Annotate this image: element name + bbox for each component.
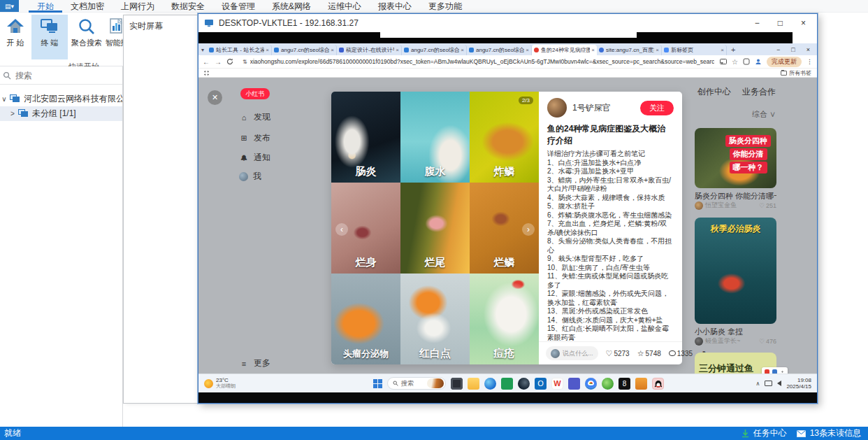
follow-button[interactable]: 关注 bbox=[640, 101, 674, 115]
realtime-screen-panel[interactable]: 实时屏幕 bbox=[123, 15, 198, 404]
collapse-icon[interactable]: ∨ bbox=[0, 95, 8, 103]
teams-icon[interactable] bbox=[568, 378, 580, 390]
creator-center-link[interactable]: 创作中心 bbox=[697, 86, 731, 98]
green-app-icon[interactable] bbox=[602, 378, 614, 390]
apps-grid-icon[interactable] bbox=[204, 71, 209, 76]
card-author[interactable]: 恒望宝金鱼 bbox=[705, 201, 737, 210]
card-caption[interactable]: 小小肠炎 拿捏 bbox=[695, 327, 776, 337]
task-view-icon[interactable] bbox=[451, 378, 463, 390]
site-info-icon[interactable]: ⇅ bbox=[243, 59, 247, 65]
unread-messages-link[interactable]: 13条未读信息 bbox=[810, 427, 861, 439]
browser-restore-button[interactable]: □ bbox=[791, 46, 795, 53]
taskbar-clock[interactable]: 19:08 2025/4/15 bbox=[786, 377, 811, 390]
menu-item-more[interactable]: 更多功能 bbox=[420, 0, 470, 13]
store-icon[interactable] bbox=[501, 378, 513, 390]
card-author[interactable]: 鳗鱼盖学长~ bbox=[705, 336, 740, 346]
browser-tab[interactable]: 新标签页× bbox=[662, 45, 727, 55]
chrome-update-button[interactable]: 完成更新 bbox=[767, 57, 802, 67]
author-name[interactable]: 1号铲屎官 bbox=[572, 102, 611, 114]
app-logo-button[interactable]: ▤▾ bbox=[0, 0, 19, 12]
spiral-app-icon[interactable] bbox=[518, 378, 530, 390]
minimize-button[interactable]: − bbox=[755, 18, 760, 28]
browser-tab-active[interactable]: 鱼的24种常见病症图鉴）× bbox=[532, 45, 597, 55]
menu-item-device-mgmt[interactable]: 设备管理 bbox=[213, 0, 263, 13]
menu-item-data-security[interactable]: 数据安全 bbox=[163, 0, 213, 13]
browser-close-button[interactable]: × bbox=[806, 46, 810, 53]
tab-close-icon[interactable]: × bbox=[526, 47, 529, 53]
tree-node-company[interactable]: ∨ 河北安固云网络科技有限公司 [1/1] bbox=[0, 92, 122, 106]
gallery-next-icon[interactable]: › bbox=[522, 223, 535, 236]
sort-select[interactable]: 综合 ∨ bbox=[752, 109, 776, 120]
tab-close-icon[interactable]: × bbox=[331, 47, 334, 53]
url-field[interactable]: xiaohongshu.com/explore/66d5786100000000… bbox=[250, 58, 714, 65]
all-bookmarks-button[interactable]: 所有书签 bbox=[781, 69, 811, 77]
collect-button[interactable]: ☆5748 bbox=[637, 349, 661, 358]
task-center-link[interactable]: 任务中心 bbox=[753, 427, 787, 439]
network-icon[interactable] bbox=[765, 381, 772, 386]
gallery-prev-icon[interactable]: ‹ bbox=[335, 223, 348, 236]
nav-more[interactable]: ≡更多 bbox=[239, 357, 270, 369]
xiaohongshu-logo[interactable]: 小红书 bbox=[240, 88, 270, 99]
extensions-icon[interactable] bbox=[743, 58, 750, 65]
card-like-button[interactable]: ♡476 bbox=[759, 338, 776, 345]
close-button[interactable]: × bbox=[801, 18, 806, 28]
edge-icon[interactable] bbox=[484, 378, 496, 390]
forward-icon[interactable]: → bbox=[215, 58, 222, 66]
ribbon-start-button[interactable]: 开 始 bbox=[1, 15, 29, 59]
tab-close-icon[interactable]: × bbox=[266, 47, 269, 53]
browser-minimize-button[interactable]: − bbox=[776, 46, 780, 53]
ribbon-terminal-button[interactable]: 终 端 bbox=[31, 15, 68, 59]
black-app-icon[interactable]: 8 bbox=[619, 378, 630, 390]
file-explorer-icon[interactable] bbox=[468, 378, 479, 390]
cast-icon[interactable] bbox=[720, 58, 727, 65]
bookmark-star-icon[interactable]: ☆ bbox=[732, 58, 738, 66]
browser-tab[interactable]: angu7.cn的seo综合查询× bbox=[272, 45, 337, 55]
maximize-button[interactable]: □ bbox=[778, 18, 783, 28]
browser-tab[interactable]: 站长工具 - 站长之家× bbox=[207, 45, 272, 55]
download-icon[interactable] bbox=[742, 430, 749, 438]
browser-tab[interactable]: 稿定设计-在线设计平台× bbox=[337, 45, 402, 55]
nav-notifications[interactable]: 🔔︎通知 bbox=[239, 152, 270, 164]
nav-publish[interactable]: ⊞发布 bbox=[239, 132, 270, 144]
weather-widget[interactable]: 23°C 大部晴朗 bbox=[198, 378, 236, 389]
comment-input[interactable]: 说点什么... bbox=[546, 346, 598, 360]
refresh-icon[interactable] bbox=[226, 58, 233, 65]
modal-close-icon[interactable]: ✕ bbox=[208, 90, 222, 105]
nav-me[interactable]: 我 bbox=[239, 171, 261, 183]
ribbon-search-button[interactable]: 聚合搜索 bbox=[70, 15, 103, 59]
realtime-screen-label[interactable]: 实时屏幕 bbox=[124, 15, 197, 37]
menu-item-doc-encrypt[interactable]: 文档加密 bbox=[62, 0, 113, 13]
menu-item-report-center[interactable]: 报表中心 bbox=[370, 0, 420, 13]
wps-icon[interactable]: W bbox=[551, 378, 563, 390]
tab-close-icon[interactable]: × bbox=[721, 47, 724, 53]
comment-button[interactable]: 1335 bbox=[669, 350, 693, 357]
card-caption[interactable]: 肠炎分四种 你能分清哪一种 bbox=[695, 191, 776, 201]
tree-node-ungrouped[interactable]: > 未分组 [1/1] bbox=[0, 106, 122, 121]
card-like-button[interactable]: ♡251 bbox=[759, 202, 776, 209]
start-button[interactable] bbox=[373, 379, 382, 388]
recommend-card-image[interactable]: 秋季必治肠炎 bbox=[695, 218, 776, 324]
tab-close-icon[interactable]: × bbox=[461, 47, 464, 53]
tab-search-chevron-icon[interactable]: ▾ bbox=[200, 47, 207, 55]
search-highlight-image[interactable] bbox=[427, 378, 444, 388]
outlook-icon[interactable]: O bbox=[535, 378, 547, 390]
search-input[interactable] bbox=[14, 70, 112, 81]
sidebar-search[interactable] bbox=[0, 66, 122, 85]
new-tab-button[interactable]: + bbox=[727, 45, 741, 55]
expand-icon[interactable]: > bbox=[8, 110, 17, 118]
menu-item-start[interactable]: 开始 bbox=[29, 0, 62, 13]
author-avatar[interactable] bbox=[547, 98, 567, 118]
taskbar-search[interactable]: 搜索 bbox=[387, 377, 446, 390]
qq-icon[interactable] bbox=[652, 378, 664, 390]
back-icon[interactable]: ← bbox=[203, 58, 210, 66]
menu-item-web-behavior[interactable]: 上网行为 bbox=[113, 0, 163, 13]
browser-menu-icon[interactable]: ⋮ bbox=[806, 58, 813, 65]
tab-close-icon[interactable]: × bbox=[591, 47, 595, 53]
avatar[interactable] bbox=[695, 201, 703, 210]
orange-app-icon[interactable] bbox=[635, 378, 647, 390]
speaker-icon[interactable] bbox=[777, 381, 781, 386]
mail-icon[interactable] bbox=[797, 430, 806, 437]
browser-tab[interactable]: site:angu7.cn_百度搜索× bbox=[597, 45, 662, 55]
note-image-gallery[interactable]: 肠炎 腹水 炸鳞 烂身 烂尾 烂鳞 头瘤分泌物 红白点 痘疮 2/3 bbox=[331, 92, 539, 364]
remote-window-titlebar[interactable]: DESKTOP-VLKTLE1 - 192.168.31.27 − □ × bbox=[198, 14, 817, 32]
